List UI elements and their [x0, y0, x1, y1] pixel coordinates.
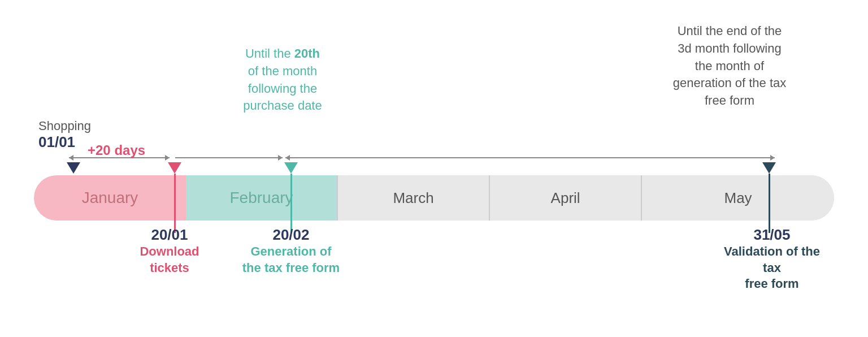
shopping-text: Shopping — [38, 119, 91, 133]
until-20th-tooltip: Until the 20thof the monthfollowing thep… — [209, 45, 356, 115]
arrow-shaft2 — [175, 157, 278, 158]
until-end-text: Until the end of the3d month following t… — [673, 24, 787, 107]
segment-february: February — [186, 175, 338, 221]
triangle-2001 — [168, 162, 181, 174]
segment-april: April — [490, 175, 642, 221]
march-label: March — [393, 189, 433, 207]
big-arrow — [285, 157, 775, 158]
until-text: Until the 20thof the monthfollowing thep… — [243, 46, 322, 113]
marker-2001 — [168, 162, 181, 233]
segment-march: March — [338, 175, 490, 221]
february-label: February — [230, 189, 293, 207]
date-2002: 20/02 — [237, 226, 345, 244]
timeline-container: Shopping 01/01 Until the 20thof the mont… — [0, 0, 868, 337]
marker-3105 — [762, 162, 776, 233]
april-label: April — [551, 189, 580, 207]
triangle-2002 — [284, 162, 298, 174]
segment-may: May — [642, 175, 834, 221]
january-label: January — [82, 189, 138, 207]
generation-label: Generation ofthe tax free form — [237, 244, 345, 276]
arrow-left-head — [69, 155, 73, 161]
arrow-right-head — [165, 155, 170, 161]
triangle-shopping — [67, 162, 80, 174]
vline-2001 — [174, 174, 176, 233]
label-2002: 20/02 Generation ofthe tax free form — [237, 226, 345, 276]
triangle-3105 — [762, 162, 776, 174]
until-end-tooltip: Until the end of the3d month following t… — [642, 23, 817, 110]
date-2001: 20/01 — [124, 226, 215, 244]
vline-2002 — [290, 174, 292, 233]
validation-label: Validation of the taxfree form — [715, 244, 828, 292]
vline-3105 — [769, 174, 770, 233]
label-2001: 20/01 Download tickets — [124, 226, 215, 276]
big-arrow-right — [770, 155, 775, 161]
big-arrow-shaft — [290, 157, 770, 158]
may-label: May — [724, 189, 752, 207]
big-arrow-left — [285, 155, 290, 161]
plus20-text: +20 days — [88, 142, 145, 158]
label-3105: 31/05 Validation of the taxfree form — [715, 226, 828, 292]
timeline-bar: January February March April May — [34, 175, 834, 221]
marker-2002 — [284, 162, 298, 233]
plus20-label: +20 days — [88, 142, 145, 158]
arrow-2001-to-2002 — [175, 157, 283, 158]
shopping-label: Shopping 01/01 — [38, 119, 91, 151]
marker-0101 — [67, 162, 80, 174]
shopping-date: 01/01 — [38, 133, 75, 150]
arrow-right-head2 — [278, 155, 283, 161]
download-label: Download tickets — [124, 244, 215, 276]
segment-january: January — [34, 175, 186, 221]
date-3105: 31/05 — [715, 226, 828, 244]
